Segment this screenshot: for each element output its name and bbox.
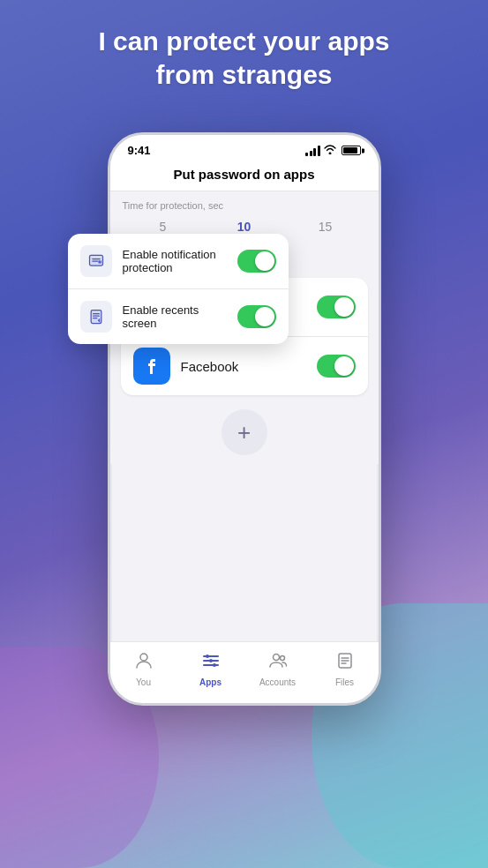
nav-item-accounts[interactable]: Accounts <box>244 651 312 687</box>
add-button-wrap: + <box>110 395 379 464</box>
svg-text:!: ! <box>99 260 100 264</box>
nav-label-accounts: Accounts <box>259 677 296 687</box>
facebook-row: Facebook <box>121 336 368 395</box>
add-button[interactable]: + <box>221 409 267 455</box>
battery-icon <box>342 146 361 155</box>
recents-screen-label: Enable recents screen <box>123 303 227 330</box>
accounts-icon <box>268 651 288 675</box>
facebook-icon <box>133 348 170 385</box>
screen-title: Put password on apps <box>110 161 379 191</box>
bottom-nav: You Apps <box>110 641 379 703</box>
recents-icon <box>87 308 105 326</box>
headline: I can protect your apps from stranges <box>0 25 488 91</box>
notification-icon-box: ! <box>80 245 112 277</box>
nav-item-apps[interactable]: Apps <box>177 651 244 687</box>
signal-bars <box>305 146 320 156</box>
status-bar: 9:41 <box>110 135 379 161</box>
nav-label-you: You <box>136 677 151 687</box>
status-time: 9:41 <box>128 144 151 157</box>
files-icon <box>335 651 355 675</box>
status-icons <box>305 145 361 156</box>
time-section-label: Time for protection, sec <box>123 200 366 211</box>
nav-label-apps: Apps <box>199 677 221 687</box>
nav-item-you[interactable]: You <box>110 651 177 687</box>
nav-item-files[interactable]: Files <box>312 651 379 687</box>
signal-bar-4 <box>318 146 320 156</box>
signal-bar-1 <box>305 153 308 156</box>
facebook-toggle[interactable] <box>317 355 356 378</box>
phone-frame: 9:41 <box>108 132 381 706</box>
recents-screen-row: Enable recents screen <box>68 288 289 344</box>
svg-point-17 <box>209 659 213 662</box>
notification-protection-label: Enable notification protection <box>123 248 227 274</box>
svg-point-18 <box>213 663 216 667</box>
nav-label-files: Files <box>335 677 354 687</box>
telegram-toggle[interactable] <box>317 296 356 318</box>
svg-point-20 <box>280 656 284 661</box>
add-button-label: + <box>237 419 251 446</box>
float-card: ! Enable notification protection Enable … <box>68 234 289 344</box>
wifi-icon <box>324 145 336 156</box>
svg-point-12 <box>140 654 147 661</box>
notification-protection-row: ! Enable notification protection <box>68 234 289 288</box>
svg-point-19 <box>273 655 279 661</box>
signal-bar-3 <box>313 148 316 156</box>
headline-line1: I can protect your apps <box>98 26 389 56</box>
facebook-name: Facebook <box>181 359 306 374</box>
apps-icon <box>201 651 221 675</box>
recents-icon-box <box>80 301 112 333</box>
phone-wrapper: ! Enable notification protection Enable … <box>108 132 381 706</box>
you-icon <box>134 651 154 675</box>
notification-icon: ! <box>87 252 105 270</box>
notification-protection-toggle[interactable] <box>237 250 276 273</box>
signal-bar-2 <box>310 151 312 156</box>
svg-point-16 <box>206 655 209 658</box>
time-option-15[interactable]: 15 <box>285 216 366 237</box>
svg-rect-0 <box>89 255 102 266</box>
recents-screen-toggle[interactable] <box>237 305 276 328</box>
headline-line2: from stranges <box>155 60 332 89</box>
